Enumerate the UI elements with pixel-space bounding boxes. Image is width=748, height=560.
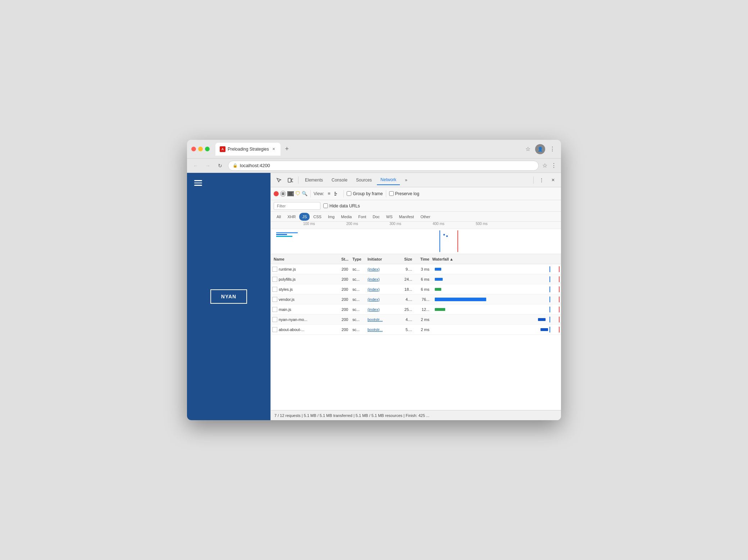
tab-console[interactable]: Console (328, 175, 351, 185)
initiator-link[interactable]: (index) (368, 277, 380, 281)
table-row[interactable]: vendor.js 200 sc... (index) 4.... 76... (271, 294, 561, 304)
nyan-button[interactable]: NYAN (210, 289, 247, 304)
new-tab-button[interactable]: + (282, 144, 292, 154)
view-label: View: (314, 191, 324, 196)
filter-input[interactable] (274, 202, 320, 210)
row-time: 3 ms (414, 267, 431, 271)
hamburger-line-3 (194, 185, 202, 186)
timeline-header: 100 ms 200 ms 300 ms 400 ms 500 ms (271, 222, 561, 254)
row-type: sc... (352, 317, 368, 322)
stop-icon (282, 192, 284, 195)
inspect-element-icon[interactable] (274, 175, 284, 185)
active-tab[interactable]: A Preloading Strategies ✕ (215, 143, 280, 156)
initiator-link[interactable]: (index) (368, 307, 380, 312)
col-header-initiator[interactable]: Initiator (368, 257, 396, 261)
bookmark-icon[interactable]: ☆ (524, 145, 532, 153)
browser-more-icon[interactable]: ⋮ (551, 162, 557, 169)
row-type: sc... (352, 267, 368, 271)
group-by-frame-checkbox[interactable] (347, 191, 351, 196)
hide-data-urls-wrap: Hide data URLs (323, 203, 360, 208)
table-row[interactable]: polyfills.js 200 sc... (index) 24... 6 m… (271, 274, 561, 284)
type-btn-ws[interactable]: WS (383, 213, 396, 221)
row-name-styles: styles.js (271, 287, 337, 292)
hamburger-menu[interactable] (194, 180, 202, 186)
stop-button[interactable] (280, 191, 286, 197)
hide-data-urls-checkbox[interactable] (323, 203, 328, 208)
file-icon (272, 287, 277, 292)
tab-bar: A Preloading Strategies ✕ + (215, 143, 521, 156)
user-avatar[interactable]: 👤 (535, 144, 545, 154)
row-time: 2 ms (414, 317, 431, 322)
col-header-status[interactable]: St... (337, 257, 352, 261)
devtools-more-icon[interactable]: ⋮ (537, 175, 547, 185)
col-header-time[interactable]: Time (414, 257, 431, 261)
star-icon[interactable]: ☆ (542, 162, 547, 169)
minimize-traffic-light[interactable] (198, 147, 203, 151)
address-input[interactable]: 🔒 localhost:4200 (228, 161, 539, 171)
timeline-ruler: 100 ms 200 ms 300 ms 400 ms 500 ms (271, 222, 561, 229)
svg-rect-12 (446, 235, 448, 237)
back-button[interactable]: ← (191, 161, 200, 170)
col-header-size[interactable]: Size (396, 257, 414, 261)
col-header-waterfall[interactable]: Waterfall ▲ (431, 257, 561, 261)
record-button[interactable] (274, 191, 279, 196)
row-name-text: nyan-nyan-mo... (279, 317, 307, 322)
row-waterfall (431, 284, 561, 294)
col-header-name[interactable]: Name (271, 257, 337, 261)
row-size: 18... (396, 287, 414, 292)
toolbar-separator-3 (386, 190, 386, 197)
maximize-traffic-light[interactable] (205, 147, 210, 151)
row-name-runtime: runtime.js (271, 267, 337, 272)
tab-network[interactable]: Network (377, 175, 400, 185)
table-row[interactable]: about-about-... 200 sc... bootstr... 5..… (271, 325, 561, 335)
initiator-link[interactable]: (index) (368, 287, 380, 292)
network-table[interactable]: Name St... Type Initiator Size Time Wate… (271, 254, 561, 410)
tab-elements[interactable]: Elements (301, 175, 327, 185)
tab-sources[interactable]: Sources (352, 175, 375, 185)
type-btn-other[interactable]: Other (418, 213, 433, 221)
tab-more[interactable]: » (401, 175, 411, 185)
row-size: 9.... (396, 267, 414, 271)
tab-close-button[interactable]: ✕ (271, 147, 276, 152)
initiator-link[interactable]: bootstr... (368, 327, 383, 332)
close-traffic-light[interactable] (191, 147, 196, 151)
row-name-text: polyfills.js (279, 277, 296, 281)
device-toolbar-icon[interactable] (285, 175, 295, 185)
type-btn-css[interactable]: CSS (310, 213, 324, 221)
type-btn-media[interactable]: Media (338, 213, 355, 221)
type-btn-doc[interactable]: Doc (370, 213, 383, 221)
type-btn-img[interactable]: Img (325, 213, 337, 221)
initiator-link[interactable]: (index) (368, 297, 380, 302)
row-initiator: (index) (368, 267, 396, 271)
preserve-log-checkbox[interactable] (389, 191, 394, 196)
devtools-close-button[interactable]: ✕ (548, 175, 558, 185)
row-name-main: main.js (271, 307, 337, 312)
table-row[interactable]: styles.js 200 sc... (index) 18... 6 ms (271, 284, 561, 294)
initiator-link[interactable]: bootstr... (368, 317, 383, 322)
table-header-row: Name St... Type Initiator Size Time Wate… (271, 254, 561, 264)
list-view-icon[interactable]: ≡ (325, 190, 333, 197)
table-row[interactable]: runtime.js 200 sc... (index) 9.... 3 ms (271, 264, 561, 274)
type-btn-manifest[interactable]: Manifest (396, 213, 417, 221)
forward-button[interactable]: → (204, 161, 212, 170)
tab-title: Preloading Strategies (228, 147, 269, 152)
file-icon (272, 317, 277, 322)
type-btn-font[interactable]: Font (355, 213, 369, 221)
type-btn-xhr[interactable]: XHR (284, 213, 298, 221)
screenshot-button[interactable] (287, 191, 294, 196)
filter-icon[interactable]: ⛉ (295, 191, 300, 197)
reload-button[interactable]: ↻ (216, 161, 224, 170)
waterfall-view-icon[interactable] (333, 190, 341, 197)
chrome-menu-icon[interactable]: ⋮ (548, 145, 557, 153)
table-row[interactable]: main.js 200 sc... (index) 25... 12... (271, 304, 561, 315)
tab-favicon: A (220, 146, 225, 152)
type-btn-js[interactable]: JS (299, 213, 310, 221)
file-icon (272, 277, 277, 282)
type-btn-all[interactable]: All (274, 213, 284, 221)
row-status: 200 (337, 297, 352, 302)
initiator-link[interactable]: (index) (368, 267, 380, 271)
col-header-type[interactable]: Type (352, 257, 368, 261)
row-type: sc... (352, 327, 368, 332)
search-icon[interactable]: 🔍 (302, 191, 307, 196)
table-row[interactable]: nyan-nyan-mo... 200 sc... bootstr... 4..… (271, 315, 561, 325)
